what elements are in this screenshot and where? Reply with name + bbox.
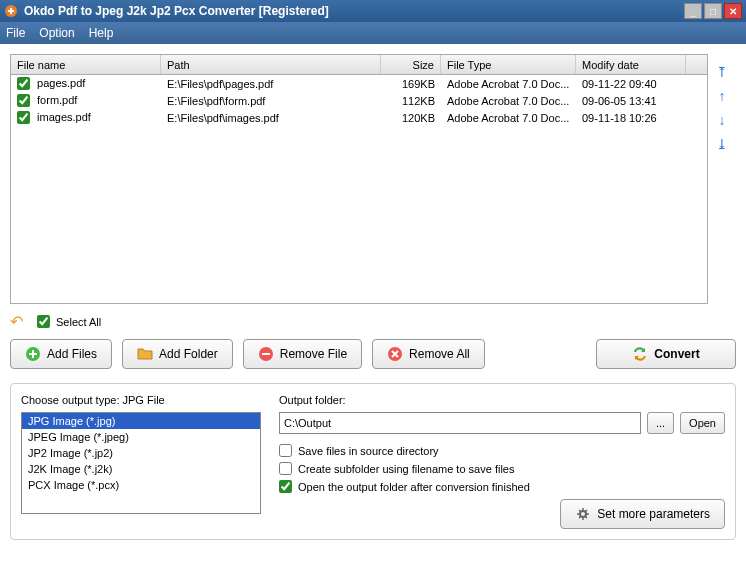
table-row[interactable]: pages.pdf E:\Files\pdf\pages.pdf 169KB A… — [11, 75, 707, 92]
file-list-header: File name Path Size File Type Modify dat… — [11, 55, 707, 75]
gear-icon — [575, 506, 591, 522]
remove-all-icon — [387, 346, 403, 362]
col-header-date[interactable]: Modify date — [576, 55, 686, 74]
opt1-label: Save files in source directory — [298, 445, 439, 457]
output-folder-input[interactable] — [279, 412, 641, 434]
output-settings-group: Choose output type: JPG File JPG Image (… — [10, 383, 736, 540]
convert-icon — [632, 346, 648, 362]
output-type-option[interactable]: JPEG Image (*.jpeg) — [22, 429, 260, 445]
maximize-button[interactable]: □ — [704, 3, 722, 19]
row-checkbox[interactable] — [17, 111, 30, 124]
convert-label: Convert — [654, 347, 699, 361]
set-more-parameters-button[interactable]: Set more parameters — [560, 499, 725, 529]
remove-all-label: Remove All — [409, 347, 470, 361]
add-folder-label: Add Folder — [159, 347, 218, 361]
save-in-source-checkbox[interactable] — [279, 444, 292, 457]
row-checkbox[interactable] — [17, 94, 30, 107]
output-type-option[interactable]: JPG Image (*.jpg) — [22, 413, 260, 429]
open-after-convert-checkbox[interactable] — [279, 480, 292, 493]
convert-button[interactable]: Convert — [596, 339, 736, 369]
table-row[interactable]: form.pdf E:\Files\pdf\form.pdf 112KB Ado… — [11, 92, 707, 109]
more-params-label: Set more parameters — [597, 507, 710, 521]
app-icon — [4, 3, 20, 19]
move-down-icon[interactable]: ↓ — [713, 112, 731, 130]
open-folder-button[interactable]: Open — [680, 412, 725, 434]
remove-icon — [258, 346, 274, 362]
output-type-label: Choose output type: JPG File — [21, 394, 261, 406]
create-subfolder-checkbox[interactable] — [279, 462, 292, 475]
back-icon[interactable]: ↶ — [10, 312, 23, 331]
add-files-button[interactable]: Add Files — [10, 339, 112, 369]
reorder-arrows: ⤒ ↑ ↓ ⤓ — [708, 54, 736, 304]
menu-help[interactable]: Help — [89, 26, 114, 40]
title-bar: Okdo Pdf to Jpeg J2k Jp2 Pcx Converter [… — [0, 0, 746, 22]
close-button[interactable]: ✕ — [724, 3, 742, 19]
col-header-type[interactable]: File Type — [441, 55, 576, 74]
select-all-label: Select All — [56, 316, 101, 328]
col-header-path[interactable]: Path — [161, 55, 381, 74]
output-type-option[interactable]: J2K Image (*.j2k) — [22, 461, 260, 477]
opt2-label: Create subfolder using filename to save … — [298, 463, 514, 475]
window-title: Okdo Pdf to Jpeg J2k Jp2 Pcx Converter [… — [24, 4, 682, 18]
output-type-option[interactable]: PCX Image (*.pcx) — [22, 477, 260, 493]
menu-bar: File Option Help — [0, 22, 746, 44]
menu-option[interactable]: Option — [39, 26, 74, 40]
table-row[interactable]: images.pdf E:\Files\pdf\images.pdf 120KB… — [11, 109, 707, 126]
select-all-checkbox[interactable] — [37, 315, 50, 328]
output-type-list[interactable]: JPG Image (*.jpg)JPEG Image (*.jpeg)JP2 … — [21, 412, 261, 514]
row-checkbox[interactable] — [17, 77, 30, 90]
move-up-icon[interactable]: ↑ — [713, 88, 731, 106]
add-icon — [25, 346, 41, 362]
remove-file-button[interactable]: Remove File — [243, 339, 362, 369]
add-folder-button[interactable]: Add Folder — [122, 339, 233, 369]
output-folder-label: Output folder: — [279, 394, 725, 406]
move-bottom-icon[interactable]: ⤓ — [713, 136, 731, 154]
remove-file-label: Remove File — [280, 347, 347, 361]
remove-all-button[interactable]: Remove All — [372, 339, 485, 369]
minimize-button[interactable]: _ — [684, 3, 702, 19]
opt3-label: Open the output folder after conversion … — [298, 481, 530, 493]
move-top-icon[interactable]: ⤒ — [713, 64, 731, 82]
menu-file[interactable]: File — [6, 26, 25, 40]
col-header-name[interactable]: File name — [11, 55, 161, 74]
browse-button[interactable]: ... — [647, 412, 674, 434]
folder-icon — [137, 346, 153, 362]
file-list[interactable]: File name Path Size File Type Modify dat… — [10, 54, 708, 304]
output-type-option[interactable]: JP2 Image (*.jp2) — [22, 445, 260, 461]
svg-point-4 — [580, 511, 586, 517]
col-header-size[interactable]: Size — [381, 55, 441, 74]
add-files-label: Add Files — [47, 347, 97, 361]
